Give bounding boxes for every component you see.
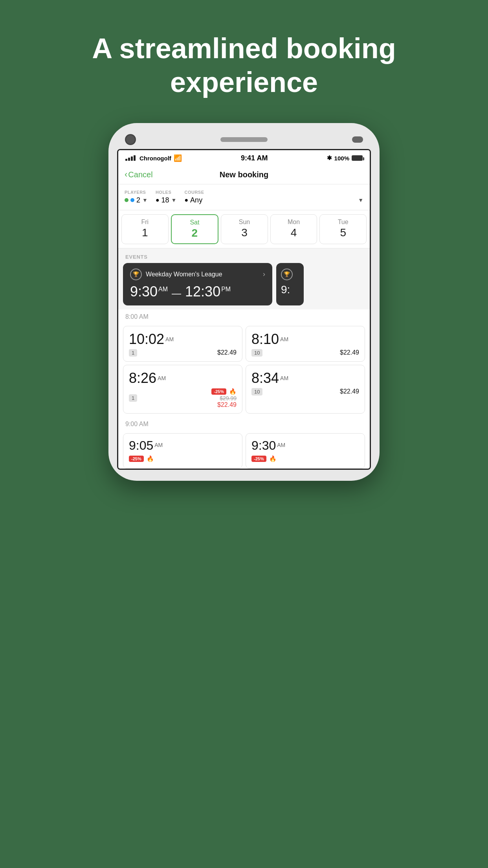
status-right: ✱ 100% xyxy=(327,154,363,162)
tee-holes-badge-826: 1 xyxy=(129,394,137,402)
cancel-button[interactable]: ‹ Cancel xyxy=(125,169,153,180)
course-value: Any xyxy=(190,196,202,204)
tee-time-930: 9:30AM xyxy=(251,438,359,453)
holes-filter[interactable]: HOLES ● 18 ▼ xyxy=(156,190,177,204)
date-selector: Fri 1 Sat 2 Sun 3 Mon 4 Tue 5 xyxy=(118,210,370,248)
tee-slot-826[interactable]: 8:26AM 1 -25% 🔥 $29.99 $22.49 xyxy=(123,365,242,414)
event2-partial-time: 9: xyxy=(281,283,299,296)
tee-time-826: 8:26AM xyxy=(129,370,237,386)
trophy-icon-2: 🏆 xyxy=(281,268,293,280)
course-pin-icon: ● xyxy=(184,197,188,204)
event-card-top: 🏆 Weekday Women's League › xyxy=(130,268,265,280)
carrier-name: Chronogolf xyxy=(139,155,171,162)
tee-time-905: 9:05AM xyxy=(129,438,237,453)
date-sat-2[interactable]: Sat 2 xyxy=(171,214,219,244)
players-count: 2 xyxy=(136,196,140,204)
event-card2-top: 🏆 xyxy=(281,268,299,280)
events-scroll: 🏆 Weekday Women's League › 9:30AM — 12:3… xyxy=(118,263,370,309)
date-sun-num: 3 xyxy=(241,226,248,239)
date-tue-5[interactable]: Tue 5 xyxy=(319,214,367,244)
discount-badge-930: -25% xyxy=(251,456,266,462)
holes-label: HOLES xyxy=(156,190,177,195)
tee-slot-905[interactable]: 9:05AM -25% 🔥 xyxy=(123,433,242,469)
discount-badge-826: -25% xyxy=(211,388,226,395)
nav-bar: ‹ Cancel New booking xyxy=(118,166,370,184)
date-sun-3[interactable]: Sun 3 xyxy=(221,214,268,244)
phone-top-bar xyxy=(117,134,371,145)
fire-icon-905: 🔥 xyxy=(147,455,154,462)
holes-dropdown-icon: ▼ xyxy=(171,197,177,203)
event-time-dash: — xyxy=(172,288,181,299)
sale-price-826: $22.49 xyxy=(217,401,237,408)
date-sat-label: Sat xyxy=(190,219,199,226)
signal-bars-icon xyxy=(125,155,136,161)
fire-icon-930: 🔥 xyxy=(269,455,277,462)
battery-icon xyxy=(352,155,363,161)
cancel-label: Cancel xyxy=(128,170,152,179)
fire-icon-826: 🔥 xyxy=(229,388,237,395)
tee-times-grid-8am: 10:02AM 1 $22.49 8:10AM 10 $22.49 xyxy=(118,324,370,417)
dot-green-icon xyxy=(125,198,128,202)
tee-bottom-1002: 1 $22.49 xyxy=(129,349,237,357)
tee-holes-badge: 1 xyxy=(129,349,137,357)
tee-holes-badge-834: 10 xyxy=(251,388,262,395)
wifi-icon: 📶 xyxy=(174,154,182,162)
tee-times-grid-9am: 9:05AM -25% 🔥 9:30AM -25% 🔥 xyxy=(118,432,370,469)
date-mon-num: 4 xyxy=(291,226,297,239)
event-end-time: 12:30PM xyxy=(185,283,231,300)
discount-row-826: -25% 🔥 xyxy=(211,388,237,395)
course-filter[interactable]: COURSE ● Any ▼ xyxy=(184,190,363,204)
tee-holes-badge-810: 10 xyxy=(251,349,262,357)
tee-905-badges: -25% 🔥 xyxy=(129,455,237,462)
event-card-2[interactable]: 🏆 9: xyxy=(276,263,304,305)
tee-slot-930[interactable]: 9:30AM -25% 🔥 xyxy=(246,433,365,469)
phone-sensor xyxy=(352,136,363,143)
time-section-8am: 8:00 AM xyxy=(118,309,370,324)
phone-camera xyxy=(125,134,136,145)
price-col-826: -25% 🔥 $29.99 $22.49 xyxy=(211,388,237,408)
date-sun-label: Sun xyxy=(239,219,250,226)
tee-slot-834[interactable]: 8:34AM 10 $22.49 xyxy=(246,365,365,414)
holes-value-row: ● 18 ▼ xyxy=(156,196,177,204)
event-name: Weekday Women's League xyxy=(146,271,259,278)
filters-section: PLAYERS 2 ▼ HOLES ● 18 ▼ COURSE xyxy=(118,184,370,210)
date-mon-label: Mon xyxy=(288,219,300,226)
discount-badge-905: -25% xyxy=(129,456,144,462)
date-fri-label: Fri xyxy=(141,219,149,226)
tee-slot-810[interactable]: 8:10AM 10 $22.49 xyxy=(246,326,365,362)
status-left: Chronogolf 📶 xyxy=(125,154,182,162)
trophy-icon: 🏆 xyxy=(130,268,142,280)
tee-time-834: 8:34AM xyxy=(251,370,359,386)
original-price-826: $29.99 xyxy=(220,395,237,401)
tee-slot-1002[interactable]: 10:02AM 1 $22.49 xyxy=(123,326,242,362)
tee-time-810: 8:10AM xyxy=(251,331,359,348)
date-sat-num: 2 xyxy=(192,227,198,239)
event-arrow-icon: › xyxy=(263,270,265,278)
hero-line2: experience xyxy=(170,66,318,98)
course-value-row: ● Any ▼ xyxy=(184,196,363,204)
event-time-row: 9:30AM — 12:30PM xyxy=(130,283,265,300)
date-fri-num: 1 xyxy=(142,226,148,239)
page-title: New booking xyxy=(220,170,268,179)
tee-time-1002: 10:02AM xyxy=(129,331,237,348)
players-dropdown-icon: ▼ xyxy=(142,197,148,203)
event-start-time: 9:30AM xyxy=(130,283,168,300)
tee-bottom-834: 10 $22.49 xyxy=(251,388,359,395)
tee-price-834: $22.49 xyxy=(340,388,359,395)
tee-930-badges: -25% 🔥 xyxy=(251,455,359,462)
phone-speaker xyxy=(220,137,268,142)
course-dropdown-icon: ▼ xyxy=(358,197,363,203)
hero-line1: A streamlined booking xyxy=(92,33,396,64)
date-fri-1[interactable]: Fri 1 xyxy=(121,214,169,244)
tee-bottom-826: 1 -25% 🔥 $29.99 $22.49 xyxy=(129,388,237,408)
hero-text: A streamlined booking experience xyxy=(87,31,401,99)
date-mon-4[interactable]: Mon 4 xyxy=(270,214,317,244)
phone-shell: Chronogolf 📶 9:41 AM ✱ 100% ‹ Cancel New… xyxy=(108,123,380,481)
players-label: PLAYERS xyxy=(125,190,148,195)
players-value-row: 2 ▼ xyxy=(125,196,148,204)
battery-percentage: 100% xyxy=(334,155,349,162)
event-card-1[interactable]: 🏆 Weekday Women's League › 9:30AM — 12:3… xyxy=(123,263,272,305)
players-filter[interactable]: PLAYERS 2 ▼ xyxy=(125,190,148,204)
phone-screen: Chronogolf 📶 9:41 AM ✱ 100% ‹ Cancel New… xyxy=(117,149,371,470)
back-chevron-icon: ‹ xyxy=(125,169,127,180)
